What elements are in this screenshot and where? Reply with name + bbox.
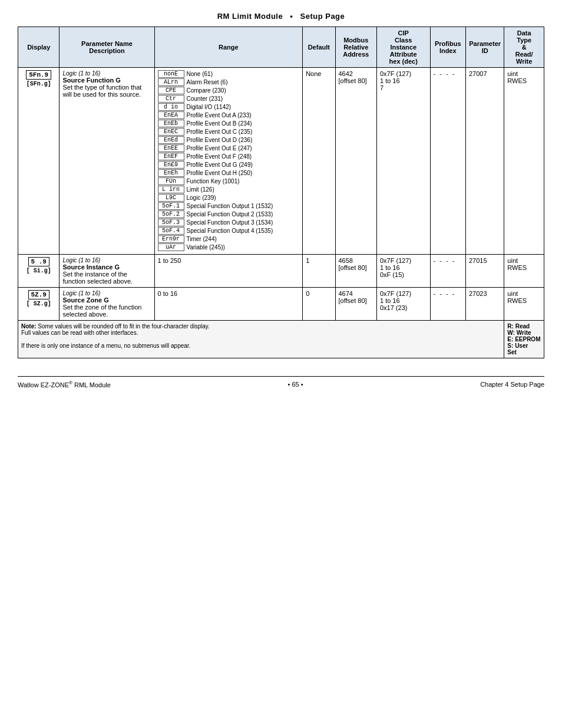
range-text: Special Function Output 3 (1534) — [187, 219, 273, 226]
profibus-cell-sing: - - - - — [430, 255, 465, 288]
col-param: Parameter NameDescription — [59, 27, 154, 68]
range-box: 5oF.3 — [158, 219, 184, 226]
range-item: Ern9r Timer (244) — [158, 235, 300, 243]
range-box: 5oF.2 — [158, 210, 184, 218]
default-cell-sfng: None — [303, 68, 335, 255]
range-text: Compare (230) — [187, 87, 226, 94]
range-box: En£9 — [158, 161, 184, 169]
col-range: Range — [154, 27, 303, 68]
range-cell-sfng: nonE None (61) ALrn Alarm Reset (6) CPE … — [154, 68, 303, 255]
param-desc: Set the instance of the function selecte… — [62, 271, 151, 285]
range-text-szg: 0 to 16 — [158, 290, 178, 297]
range-text: Function Key (1001) — [187, 178, 240, 185]
header-title: RM Limit Module — [217, 12, 283, 21]
range-item: uAr Variable (245)) — [158, 243, 300, 251]
range-text: Variable (245)) — [187, 244, 225, 251]
range-text: Special Function Output 1 (1532) — [187, 203, 273, 209]
range-text: Profile Event Out D (236) — [187, 137, 253, 143]
col-cip: CIPClassInstanceAttributehex (dec) — [376, 27, 430, 68]
paramid-cell-sing: 27015 — [465, 255, 504, 288]
range-text: Special Function Output 4 (1535) — [187, 228, 273, 234]
range-item: 5oF.1 Special Function Output 1 (1532) — [158, 202, 300, 210]
profibus-cell-sfng: - - - - — [430, 68, 465, 255]
range-text: Timer (244) — [187, 236, 217, 242]
range-box: EnEA — [158, 111, 184, 119]
display-box-sing: 5 .9 — [28, 257, 49, 266]
col-default: Default — [303, 27, 335, 68]
range-text: None (61) — [187, 71, 213, 77]
param-cell-sing: Logic (1 to 16) Source Instance G Set th… — [59, 255, 154, 288]
cip-cell-sing: 0x7F (127)1 to 160xF (15) — [376, 255, 430, 288]
default-cell-szg: 0 — [303, 288, 335, 321]
main-table: Display Parameter NameDescription Range … — [18, 27, 544, 358]
range-text: Profile Event Out G (249) — [187, 162, 253, 168]
range-item: ALrn Alarm Reset (6) — [158, 78, 300, 86]
range-text: Counter (231) — [187, 95, 223, 102]
range-item: 5oF.3 Special Function Output 3 (1534) — [158, 219, 300, 226]
range-item: EnEb Profile Event Out B (234) — [158, 120, 300, 127]
display-cell-szg: 5Z.9 [ SZ.g] — [18, 288, 59, 321]
datatype-cell-szg: uintRWES — [504, 288, 544, 321]
range-text: Profile Event Out C (235) — [187, 129, 253, 135]
cip-cell-szg: 0x7F (127)1 to 160x17 (23) — [376, 288, 430, 321]
range-box: EnEE — [158, 144, 184, 152]
param-name: Source Function G — [62, 77, 151, 84]
range-text: Profile Event Out B (234) — [187, 120, 252, 127]
range-box: EnEF — [158, 153, 184, 160]
paramid-cell-szg: 27023 — [465, 288, 504, 321]
range-text: Profile Event Out F (248) — [187, 153, 252, 160]
range-cell-szg: 0 to 16 — [154, 288, 303, 321]
paramid-cell-sfng: 27007 — [465, 68, 504, 255]
table-row: 5Z.9 [ SZ.g] Logic (1 to 16) Source Zone… — [18, 288, 544, 321]
range-box: d io — [158, 103, 184, 111]
param-desc: Set the type of function that will be us… — [62, 84, 151, 98]
footer-left: Watlow EZ-ZONE® RML Module — [18, 380, 111, 388]
header-separator: • — [290, 12, 293, 21]
range-text-sing: 1 to 250 — [158, 257, 181, 264]
display-cell-sfng: 5Fn.9 [SFn.g] — [18, 68, 59, 255]
range-text: Logic (239) — [187, 195, 216, 201]
range-text: Profile Event Out H (250) — [187, 170, 253, 176]
range-box: EnEh — [158, 169, 184, 177]
range-box: 5oF.4 — [158, 227, 184, 235]
range-item: CPE Compare (230) — [158, 87, 300, 94]
datatype-cell-sfng: uintRWES — [504, 68, 544, 255]
range-item: EnEC Profile Event Out C (235) — [158, 128, 300, 136]
range-item: Ctr Counter (231) — [158, 95, 300, 103]
range-item: EnEh Profile Event Out H (250) — [158, 169, 300, 177]
default-cell-sing: 1 — [303, 255, 335, 288]
param-cell-sfng: Logic (1 to 16) Source Function G Set th… — [59, 68, 154, 255]
param-logic: Logic (1 to 16) — [62, 257, 151, 263]
header-subtitle: Setup Page — [300, 12, 345, 21]
table-row: 5 .9 [ Si.g] Logic (1 to 16) Source Inst… — [18, 255, 544, 288]
col-display: Display — [18, 27, 59, 68]
range-item: L irn Limit (126) — [158, 186, 300, 193]
range-text: Special Function Output 2 (1533) — [187, 211, 273, 218]
range-item: EnEd Profile Event Out D (236) — [158, 136, 300, 144]
note-line1: Note: Some values will be rounded off to… — [21, 323, 501, 330]
param-logic: Logic (1 to 16) — [62, 70, 151, 77]
range-cell-sing: 1 to 250 — [154, 255, 303, 288]
col-paramid: ParameterID — [465, 27, 504, 68]
range-box: Ern9r — [158, 235, 184, 243]
note-left: Note: Some values will be rounded off to… — [18, 321, 504, 358]
range-item: FUn Function Key (1001) — [158, 177, 300, 185]
param-cell-szg: Logic (1 to 16) Source Zone G Set the zo… — [59, 288, 154, 321]
table-header-row: Display Parameter NameDescription Range … — [18, 27, 544, 68]
note-row: Note: Some values will be rounded off to… — [18, 321, 544, 358]
profibus-cell-szg: - - - - — [430, 288, 465, 321]
range-box: EnEC — [158, 128, 184, 136]
range-item: nonE None (61) — [158, 70, 300, 78]
page-footer: Watlow EZ-ZONE® RML Module • 65 • Chapte… — [18, 376, 544, 388]
modbus-cell-sfng: 4642[offset 80] — [335, 68, 376, 255]
note-line2: Full values can be read with other inter… — [21, 330, 501, 336]
modbus-cell-szg: 4674[offset 80] — [335, 288, 376, 321]
range-text: Alarm Reset (6) — [187, 79, 228, 85]
col-modbus: ModbusRelativeAddress — [335, 27, 376, 68]
range-item: EnEA Profile Event Out A (233) — [158, 111, 300, 119]
col-profibus: ProfibusIndex — [430, 27, 465, 68]
range-box: EnEd — [158, 136, 184, 144]
display-box-szg: 5Z.9 — [28, 290, 49, 299]
modbus-cell-sing: 4658[offset 80] — [335, 255, 376, 288]
param-logic: Logic (1 to 16) — [62, 290, 151, 297]
